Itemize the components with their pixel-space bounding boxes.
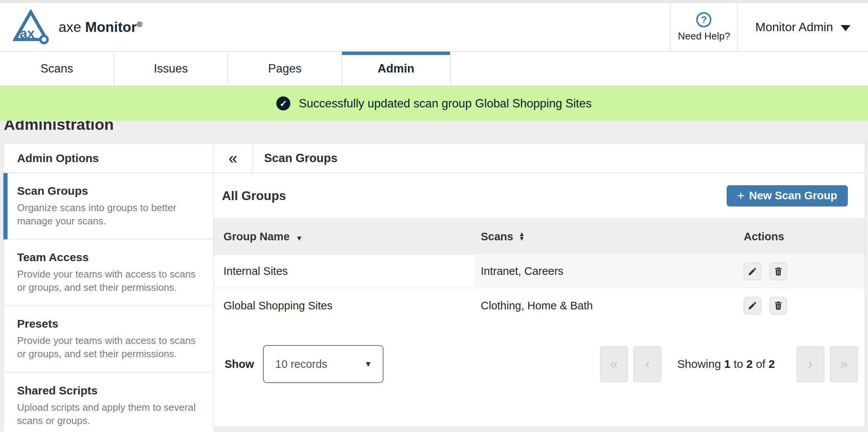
header-spacer [143,3,670,51]
pagination-first-button[interactable]: « [600,346,628,382]
show-label: Show [225,358,254,371]
sidebar-item-title: Shared Scripts [17,384,197,397]
sidebar-item-shared-scripts[interactable]: Shared Scripts Upload scripts and apply … [3,373,213,432]
main-nav-tabs: Scans Issues Pages Admin [0,52,868,86]
column-header-group-name[interactable]: Group Name ▼ [214,218,474,255]
plus-icon: + [737,189,744,202]
edit-button[interactable] [744,263,761,280]
sidebar-item-description: Provide your teams with access to scans … [17,268,197,294]
sidebar-item-description: Upload scripts and apply them to several… [17,401,197,427]
caret-down-icon [841,25,851,31]
column-header-actions: Actions [738,218,865,255]
pencil-icon [748,301,757,311]
sort-descending-icon[interactable]: ▼ [296,234,303,243]
user-menu-label: Monitor Admin [755,20,833,34]
question-mark-icon: ? [696,12,711,27]
window-top-strip [0,0,868,3]
success-message: Successfully updated scan group Global S… [299,97,591,110]
new-scan-group-button[interactable]: + New Scan Group [727,185,848,207]
delete-button[interactable] [770,263,787,280]
tab-issues[interactable]: Issues [114,52,228,86]
app-title: axe Monitor® [59,19,143,35]
records-per-page-value: 10 records [275,358,327,371]
records-per-page-select[interactable]: 10 records ▼ [263,345,383,383]
administration-panel: Admin Options Scan Groups Organize scans… [3,143,865,427]
sidebar-item-description: Organize scans into groups to better man… [17,201,197,228]
brand: ax axe Monitor® [0,3,143,51]
new-scan-group-label: New Scan Group [749,189,837,202]
tab-pages[interactable]: Pages [228,52,342,86]
cell-group-name: Global Shopping Sites [214,288,474,323]
sidebar-item-title: Scan Groups [17,184,197,197]
table-row: Global Shopping Sites Clothing, Home & B… [214,288,865,323]
section-title: All Groups [222,189,286,203]
column-header-scans[interactable]: Scans ▲ ▼ [474,218,738,255]
registered-mark: ® [137,19,143,28]
pagination-status: Showing 1 to 2 of 2 [677,358,775,371]
table-row: Internal Sites Intranet, Careers [214,255,865,288]
pagination-previous-button[interactable]: ‹ [634,346,661,382]
delete-button[interactable] [770,297,787,314]
cell-actions [738,288,865,323]
app-header: ax axe Monitor® ? Need Help? Monitor Adm… [0,3,868,52]
sidebar-item-description: Provide your teams with access to scans … [17,334,197,361]
page-content: Administration Admin Options Scan Groups… [0,115,868,427]
panel-header: « Scan Groups [214,143,865,173]
sidebar-item-team-access[interactable]: Team Access Provide your teams with acce… [3,240,213,306]
check-circle-icon: ✓ [276,96,290,110]
trash-icon [773,266,783,276]
cell-group-name: Internal Sites [214,255,474,288]
sidebar-item-presets[interactable]: Presets Provide your teams with access t… [3,306,213,372]
panel-title: Scan Groups [253,143,337,173]
scan-groups-main: « Scan Groups All Groups + New Scan Grou… [214,143,865,427]
admin-options-sidebar: Admin Options Scan Groups Organize scans… [3,143,214,427]
cell-actions [738,255,865,288]
need-help-button[interactable]: ? Need Help? [670,3,738,51]
table-footer: Show 10 records ▼ « ‹ Showing 1 to 2 of [214,345,865,383]
pagination-last-button[interactable]: » [830,346,858,382]
cell-scans: Clothing, Home & Bath [474,288,738,323]
select-caret-icon: ▼ [364,359,372,369]
svg-text:ax: ax [20,26,35,41]
axe-monitor-app: ax axe Monitor® ? Need Help? Monitor Adm… [0,0,868,432]
sidebar-item-title: Presets [17,317,197,330]
sidebar-title: Admin Options [3,143,213,173]
table-header-row: Group Name ▼ Scans ▲ ▼ Actions [214,218,865,255]
collapse-sidebar-button[interactable]: « [214,143,253,173]
user-menu-dropdown[interactable]: Monitor Admin [738,3,868,51]
cell-scans: Intranet, Careers [474,255,738,288]
pagination-next-button[interactable]: › [797,346,824,382]
edit-button[interactable] [744,297,761,314]
axe-logo-icon: ax [13,9,49,45]
sidebar-item-title: Team Access [17,251,197,264]
sidebar-item-scan-groups[interactable]: Scan Groups Organize scans into groups t… [3,173,213,240]
trash-icon [773,301,783,311]
need-help-label: Need Help? [678,30,730,42]
tab-scans[interactable]: Scans [0,52,114,86]
all-groups-section-header: All Groups + New Scan Group [214,173,865,218]
pencil-icon [748,266,757,276]
sort-both-icon[interactable]: ▲ ▼ [518,232,525,241]
success-banner: ✓ Successfully updated scan group Global… [0,86,868,121]
tab-admin[interactable]: Admin [342,52,450,86]
